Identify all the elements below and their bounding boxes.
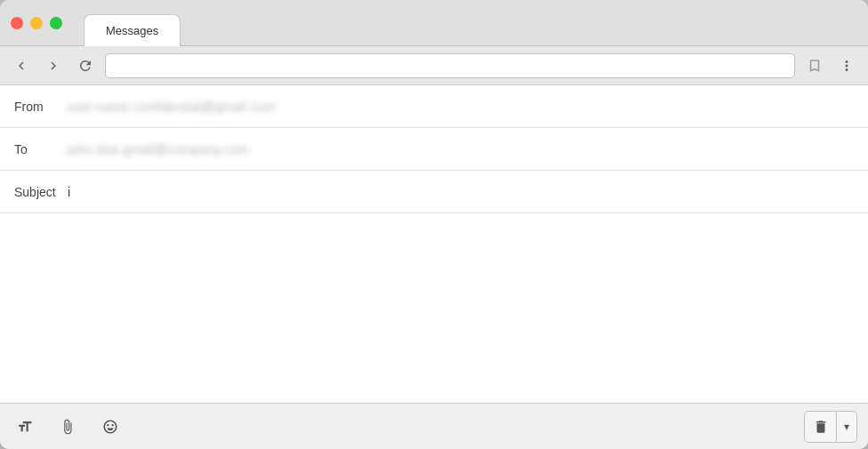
back-button[interactable] (9, 53, 34, 78)
from-value: user.name.confidential@gmail.com (68, 100, 276, 114)
bottom-toolbar: ▾ (0, 403, 868, 449)
from-label: From (14, 100, 68, 114)
title-bar: Messages (0, 0, 868, 46)
toolbar-left (11, 413, 804, 441)
minimize-button[interactable] (30, 17, 43, 29)
url-input[interactable] (105, 53, 795, 78)
toolbar-right: ▾ (804, 411, 857, 443)
tab-label: Messages (106, 24, 158, 37)
font-icon (17, 419, 33, 435)
address-bar (0, 46, 868, 85)
reload-icon (77, 58, 93, 74)
back-icon (13, 58, 29, 74)
menu-button[interactable] (834, 53, 859, 78)
bookmark-button[interactable] (802, 53, 827, 78)
trash-icon (813, 419, 829, 435)
delete-button[interactable] (804, 411, 836, 443)
subject-label: Subject (14, 185, 68, 199)
bookmark-icon (807, 58, 823, 74)
attach-button[interactable] (53, 413, 82, 441)
window-tab[interactable]: Messages (84, 14, 181, 46)
forward-icon (45, 58, 61, 74)
to-value: john.doe.gmail@company.com (68, 142, 249, 156)
font-button[interactable] (11, 413, 39, 441)
subject-value: i (68, 185, 70, 199)
to-label: To (14, 142, 68, 156)
forward-button[interactable] (41, 53, 66, 78)
app-window: Messages From user.name.confidential@gma… (0, 0, 868, 449)
traffic-lights (11, 17, 62, 29)
maximize-button[interactable] (50, 17, 62, 29)
emoji-button[interactable] (96, 413, 125, 441)
reload-button[interactable] (73, 53, 98, 78)
email-content: From user.name.confidential@gmail.com To… (0, 85, 868, 403)
subject-field: Subject i (0, 171, 868, 213)
menu-dots-icon (839, 58, 855, 74)
close-button[interactable] (11, 17, 23, 29)
emoji-icon (102, 419, 118, 435)
dropdown-button[interactable]: ▾ (836, 411, 857, 443)
to-field: To john.doe.gmail@company.com (0, 128, 868, 171)
email-body[interactable] (0, 213, 868, 403)
from-field: From user.name.confidential@gmail.com (0, 85, 868, 128)
paperclip-icon (60, 419, 76, 435)
chevron-down-icon: ▾ (844, 421, 849, 433)
